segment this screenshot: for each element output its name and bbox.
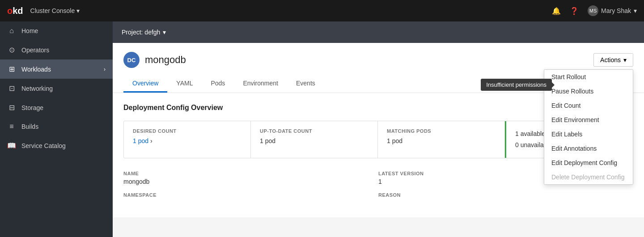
matching-pods-label: MATCHING PODS	[387, 128, 496, 134]
operators-icon: ⊙	[7, 46, 16, 54]
sidebar-item-builds[interactable]: ≡ Builds	[0, 117, 113, 136]
avatar: MS	[588, 5, 598, 16]
tab-environment[interactable]: Environment	[234, 75, 287, 93]
navbar-left: okd Cluster Console ▾	[7, 6, 80, 16]
sidebar-item-networking[interactable]: ⊡ Networking	[0, 79, 113, 98]
sidebar-item-label: Home	[21, 27, 38, 34]
user-name: Mary Shak	[601, 7, 631, 14]
sidebar-item-label: Operators	[21, 47, 49, 54]
user-initials: MS	[589, 8, 597, 13]
page-title-row: DC mongodb Actions ▾ Start Rollout	[123, 52, 633, 68]
desired-count-label: DESIRED COUNT	[133, 128, 242, 134]
action-pause-rollouts[interactable]: Pause Rollouts	[544, 84, 633, 98]
layout: ⌂ Home ⊙ Operators ⊞ Workloads › ⊡ Netwo…	[0, 21, 644, 237]
info-name: NAME mongodb	[123, 171, 378, 192]
workloads-icon: ⊞	[7, 65, 16, 73]
user-menu-button[interactable]: MS Mary Shak ▾	[588, 5, 637, 16]
desired-count-arrow: ›	[150, 137, 153, 144]
sidebar-item-label: Networking	[21, 85, 53, 92]
cluster-console-button[interactable]: Cluster Console ▾	[30, 7, 80, 14]
sidebar-item-service-catalog[interactable]: 📖 Service Catalog	[0, 136, 113, 155]
notifications-icon[interactable]: 🔔	[552, 7, 561, 15]
name-value: mongodb	[123, 178, 378, 185]
info-reason: REASON	[378, 192, 633, 207]
sidebar-item-workloads[interactable]: ⊞ Workloads ›	[0, 59, 113, 79]
builds-icon: ≡	[7, 123, 16, 131]
sidebar-item-operators[interactable]: ⊙ Operators	[0, 40, 113, 59]
sidebar-item-label: Service Catalog	[21, 142, 66, 149]
project-selector-button[interactable]: Project: defgh ▾	[122, 29, 166, 36]
user-chevron-icon: ▾	[634, 7, 637, 14]
action-edit-deployment-config[interactable]: Edit Deployment Config	[544, 156, 633, 170]
desired-count-link[interactable]: 1 pod	[133, 137, 148, 144]
actions-label: Actions	[600, 56, 621, 63]
reason-label: REASON	[378, 192, 633, 198]
cluster-console-label: Cluster Console	[30, 7, 75, 14]
actions-dropdown-wrapper: Actions ▾ Start Rollout Pause Rollouts	[593, 53, 633, 67]
resource-title: DC mongodb	[123, 52, 186, 68]
home-icon: ⌂	[7, 27, 16, 35]
sidebar-item-label: Builds	[21, 123, 38, 130]
sidebar-item-label: Storage	[21, 104, 43, 111]
uptodate-value: 1 pod	[260, 137, 369, 144]
sidebar-item-label: Workloads	[21, 66, 51, 73]
project-bar: Project: defgh ▾	[113, 21, 644, 43]
desired-count-value: 1 pod ›	[133, 137, 242, 144]
info-namespace: NAMESPACE	[123, 192, 378, 207]
sidebar: ⌂ Home ⊙ Operators ⊞ Workloads › ⊡ Netwo…	[0, 21, 113, 237]
insufficient-permissions-tooltip: Insufficient permissions	[481, 79, 552, 91]
actions-dropdown-menu: Start Rollout Pause Rollouts Edit Count …	[544, 69, 633, 185]
cluster-console-chevron-icon: ▾	[76, 7, 80, 14]
name-label: NAME	[123, 171, 378, 176]
tab-overview[interactable]: Overview	[123, 75, 167, 93]
project-label: Project: defgh	[122, 29, 160, 36]
namespace-label: NAMESPACE	[123, 192, 378, 198]
tab-yaml[interactable]: YAML	[167, 75, 202, 93]
workloads-arrow-icon: ›	[104, 66, 106, 72]
stat-desired-count: DESIRED COUNT 1 pod ›	[124, 121, 251, 158]
actions-chevron-icon: ▾	[623, 56, 627, 63]
stat-matching-pods: MATCHING PODS 1 pod	[378, 121, 505, 158]
actions-button[interactable]: Actions ▾	[593, 53, 633, 67]
sidebar-item-home[interactable]: ⌂ Home	[0, 21, 113, 40]
tab-events[interactable]: Events	[287, 75, 324, 93]
storage-icon: ⊟	[7, 103, 16, 112]
logo-o: o	[7, 6, 13, 16]
resource-badge: DC	[123, 52, 140, 68]
action-edit-annotations[interactable]: Edit Annotations	[544, 141, 633, 156]
page-header: DC mongodb Actions ▾ Start Rollout	[113, 43, 644, 93]
networking-icon: ⊡	[7, 84, 16, 93]
action-delete-deployment-config: Delete Deployment Config	[544, 170, 633, 184]
page-title: mongodb	[145, 54, 186, 66]
content-area: DC mongodb Actions ▾ Start Rollout	[113, 43, 644, 217]
action-start-rollout[interactable]: Start Rollout	[544, 70, 633, 84]
main-content: Project: defgh ▾ DC mongodb	[113, 21, 644, 237]
help-icon[interactable]: ❓	[570, 7, 579, 15]
uptodate-label: UP-TO-DATE COUNT	[260, 128, 369, 134]
okd-logo: okd	[7, 6, 23, 16]
matching-pods-value: 1 pod	[387, 137, 496, 144]
logo-kd: kd	[13, 6, 23, 16]
stat-uptodate-count: UP-TO-DATE COUNT 1 pod	[251, 121, 378, 158]
service-catalog-icon: 📖	[7, 141, 16, 150]
tab-pods[interactable]: Pods	[202, 75, 234, 93]
action-edit-labels[interactable]: Edit Labels	[544, 127, 633, 141]
navbar: okd Cluster Console ▾ 🔔 ❓ MS Mary Shak ▾	[0, 0, 644, 21]
action-edit-count[interactable]: Edit Count	[544, 98, 633, 113]
navbar-right: 🔔 ❓ MS Mary Shak ▾	[552, 5, 637, 16]
sidebar-item-storage[interactable]: ⊟ Storage	[0, 98, 113, 117]
action-edit-environment[interactable]: Edit Environment	[544, 113, 633, 127]
project-chevron-icon: ▾	[163, 29, 166, 36]
